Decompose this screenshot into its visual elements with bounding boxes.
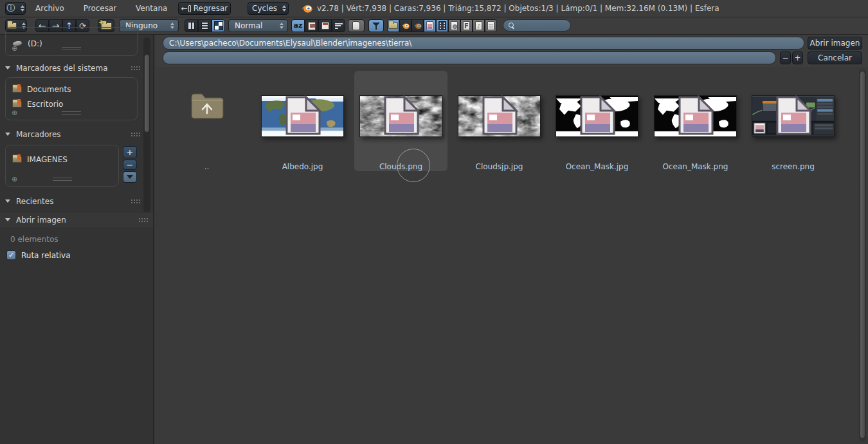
file-list-area[interactable]: .. bbox=[156, 67, 868, 444]
image-file-badge-icon bbox=[361, 95, 442, 136]
display-long-list-button[interactable] bbox=[198, 19, 212, 32]
menu-ventana[interactable]: Ventana bbox=[127, 0, 176, 17]
bookmark-label: Documents bbox=[27, 85, 71, 94]
system-volumes-panel: (D:) ⊕ bbox=[5, 27, 138, 56]
thumbnail-ocean-mask bbox=[654, 95, 737, 137]
sort-size-button[interactable] bbox=[332, 19, 345, 32]
long-list-icon bbox=[201, 22, 208, 30]
header-grip-icon[interactable] bbox=[131, 66, 140, 71]
collapse-triangle-icon bbox=[5, 199, 10, 203]
path-region: C:\Users\pacheco\Documents\Elysaul\Blend… bbox=[156, 35, 868, 67]
system-bookmarks-panel: Documents Escritorio ⊕ bbox=[5, 77, 138, 120]
font-file-icon: F bbox=[463, 21, 470, 30]
file-area-scrollbar[interactable] bbox=[859, 69, 866, 441]
sort-method-dropdown[interactable]: Normal bbox=[228, 19, 288, 32]
section-title: Recientes bbox=[16, 197, 53, 206]
bookmark-item-documents[interactable]: Documents bbox=[6, 84, 137, 95]
display-short-list-button[interactable] bbox=[185, 19, 198, 32]
filter-scripts-button[interactable] bbox=[448, 19, 460, 32]
minus-icon: − bbox=[782, 53, 788, 62]
bookmark-remove-button[interactable]: − bbox=[123, 160, 137, 170]
sidebar-scrollbar[interactable] bbox=[143, 37, 150, 212]
bookmark-item-escritorio[interactable]: Escritorio bbox=[6, 98, 137, 109]
section-header-system-bookmarks[interactable]: Marcadores del sistema bbox=[5, 62, 108, 73]
filter-images-button[interactable] bbox=[424, 19, 436, 32]
render-engine-dropdown[interactable]: Cycles bbox=[248, 2, 289, 15]
hidden-file-icon bbox=[352, 21, 360, 30]
thumbnail-blender-screenshot bbox=[752, 95, 835, 137]
section-header-operator[interactable]: Abrir imagen bbox=[5, 214, 66, 225]
file-tile-cloudsjp[interactable]: Cloudsjp.jpg bbox=[453, 71, 546, 171]
back-to-previous-button[interactable]: ← Regresar bbox=[178, 2, 231, 15]
file-tile-albedo[interactable]: Albedo.jpg bbox=[256, 71, 349, 171]
add-item-icon[interactable]: ⊕ bbox=[12, 176, 17, 183]
bookmark-item-imagenes[interactable]: IMAGENES bbox=[6, 154, 118, 165]
add-item-icon[interactable]: ⊕ bbox=[12, 109, 17, 117]
section-header-recent[interactable]: Recientes bbox=[5, 196, 53, 207]
relative-path-label: Ruta relativa bbox=[21, 251, 71, 260]
file-tile-screen[interactable]: screen.png bbox=[746, 71, 840, 171]
file-tile-parent[interactable]: .. bbox=[160, 71, 253, 171]
filter-sounds-button[interactable]: ♪ bbox=[473, 19, 485, 32]
filter-fonts-button[interactable]: F bbox=[460, 19, 473, 32]
header-grip-icon[interactable] bbox=[131, 132, 140, 137]
blend-backup-file-icon bbox=[413, 23, 422, 30]
filter-files-toggle[interactable] bbox=[368, 19, 384, 32]
filename-increment-button[interactable]: + bbox=[792, 51, 803, 64]
image-file-badge-icon bbox=[557, 95, 638, 136]
parent-folder-icon bbox=[189, 90, 225, 121]
file-tile-oceanmask-png[interactable]: Ocean_Mask.png bbox=[649, 71, 742, 171]
sort-extension-button[interactable] bbox=[305, 19, 318, 32]
circle-cursor-overlay bbox=[397, 149, 430, 182]
filter-blend-button[interactable] bbox=[399, 19, 411, 32]
image-file-icon bbox=[426, 21, 433, 30]
thumbnail-clouds bbox=[458, 95, 541, 137]
cancel-label: Cancelar bbox=[818, 53, 852, 62]
file-tile-oceanmask-jpg[interactable]: Ocean_Mask.jpg bbox=[550, 71, 644, 171]
add-item-icon[interactable]: ⊕ bbox=[12, 45, 17, 53]
section-header-bookmarks[interactable]: Marcadores bbox=[5, 129, 61, 140]
bookmark-label: Escritorio bbox=[27, 100, 63, 109]
info-icon: ⓘ bbox=[7, 3, 15, 14]
editor-type-selector-info[interactable]: ⓘ bbox=[5, 2, 26, 15]
search-input[interactable] bbox=[503, 19, 571, 32]
filename-field[interactable] bbox=[163, 51, 776, 64]
filename-decrement-button[interactable]: − bbox=[780, 51, 791, 64]
show-hidden-toggle[interactable] bbox=[348, 19, 365, 32]
relative-path-checkbox[interactable]: ✓ bbox=[6, 250, 16, 260]
sidebar-scrollbar-thumb[interactable] bbox=[144, 54, 150, 133]
back-button-label: Regresar bbox=[194, 4, 228, 13]
file-name: screen.png bbox=[746, 162, 840, 171]
open-image-label: Abrir imagen bbox=[810, 39, 860, 48]
collapse-triangle-icon bbox=[5, 218, 10, 221]
az-icon: az bbox=[294, 21, 303, 30]
bookmark-add-button[interactable]: + bbox=[123, 146, 137, 158]
open-image-button[interactable]: Abrir imagen bbox=[808, 37, 862, 50]
sort-date-button[interactable] bbox=[318, 19, 332, 32]
cancel-button[interactable]: Cancelar bbox=[808, 51, 862, 64]
menu-archivo[interactable]: Archivo bbox=[27, 0, 73, 17]
sort-alphabetical-button[interactable]: az bbox=[291, 19, 305, 32]
bookmark-label: IMAGENES bbox=[27, 155, 68, 164]
file-name: Ocean_Mask.png bbox=[649, 162, 742, 171]
header-grip-icon[interactable] bbox=[138, 217, 148, 223]
filter-blend-backup-button[interactable] bbox=[411, 19, 424, 32]
header-grip-icon[interactable] bbox=[131, 199, 140, 204]
menu-procesar[interactable]: Procesar bbox=[75, 0, 125, 17]
thumbnails-icon bbox=[215, 22, 222, 30]
file-area-scrollbar-thumb[interactable] bbox=[860, 71, 865, 439]
filter-movies-button[interactable] bbox=[436, 19, 448, 32]
bookmark-specials-dropdown[interactable] bbox=[123, 171, 137, 183]
panel-resize-grip[interactable] bbox=[62, 47, 81, 50]
image-file-badge-icon bbox=[459, 95, 541, 136]
section-title: Marcadores bbox=[16, 130, 61, 139]
filter-text-button[interactable] bbox=[485, 19, 497, 32]
display-thumbnails-button[interactable] bbox=[212, 19, 225, 32]
directory-path-field[interactable]: C:\Users\pacheco\Documents\Elysaul\Blend… bbox=[163, 37, 804, 50]
filter-folders-button[interactable] bbox=[387, 19, 399, 32]
panel-resize-grip[interactable] bbox=[53, 178, 72, 181]
panel-resize-grip[interactable] bbox=[62, 111, 81, 115]
file-name: Albedo.jpg bbox=[256, 162, 349, 171]
thumbnail-earth-albedo bbox=[261, 95, 344, 137]
short-list-icon bbox=[188, 22, 195, 30]
